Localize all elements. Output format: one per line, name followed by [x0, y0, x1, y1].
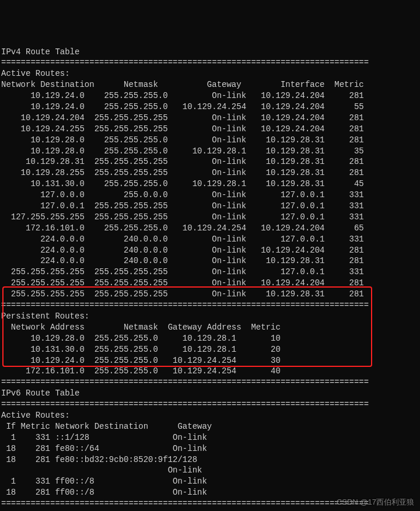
- table-title: IPv6 Route Table: [1, 388, 420, 399]
- divider-line: ========================================…: [1, 57, 420, 68]
- terminal-line: 18 281 fe80::/64 On-link: [1, 443, 420, 454]
- terminal-line: If Metric Network Destination Gateway: [1, 421, 420, 432]
- terminal-line: 127.0.0.0 255.0.0.0 On-link 127.0.0.1 33…: [1, 190, 420, 201]
- terminal-line: 10.129.24.204 255.255.255.255 On-link 10…: [1, 113, 420, 124]
- terminal-line: 1 331 ff00::/8 On-link: [1, 476, 420, 487]
- terminal-line: 255.255.255.255 255.255.255.255 On-link …: [1, 267, 420, 278]
- terminal-line: 10.129.24.0 255.255.255.0 10.129.24.254 …: [1, 355, 420, 366]
- terminal-line: 127.0.0.1 255.255.255.255 On-link 127.0.…: [1, 201, 420, 212]
- terminal-line: 10.129.24.255 255.255.255.255 On-link 10…: [1, 124, 420, 135]
- terminal-line: 10.129.28.31 255.255.255.255 On-link 10.…: [1, 156, 420, 167]
- divider-line: ========================================…: [1, 300, 420, 311]
- terminal-line: 10.129.24.0 255.255.255.0 On-link 10.129…: [1, 90, 420, 102]
- divider-line: ========================================…: [1, 377, 420, 388]
- terminal-line: 127.255.255.255 255.255.255.255 On-link …: [1, 212, 420, 223]
- terminal-line: 18 281 ff00::/8 On-link: [1, 487, 420, 498]
- terminal-line: 10.131.30.0 255.255.255.0 10.129.28.1 20: [1, 344, 420, 355]
- terminal-line: Network Address Netmask Gateway Address …: [1, 322, 420, 333]
- terminal-line: 10.129.24.0 255.255.255.0 10.129.24.254 …: [1, 102, 420, 113]
- terminal-line: 224.0.0.0 240.0.0.0 On-link 127.0.0.1 33…: [1, 234, 420, 245]
- terminal-line: 1 331 ::1/128 On-link: [1, 432, 420, 443]
- section-label: Active Routes:: [1, 68, 420, 79]
- terminal-line: 10.131.30.0 255.255.255.0 10.129.28.1 10…: [1, 178, 420, 190]
- section-label: Persistent Routes:: [1, 311, 420, 322]
- section-label: Active Routes:: [1, 410, 420, 421]
- terminal-line: 10.129.28.0 255.255.255.0 10.129.28.1 10: [1, 333, 420, 344]
- watermark: CSDN @17西伯利亚狼: [337, 497, 414, 508]
- terminal-line: 18 281 fe80::bd32:9cb0:8520:9f12/128: [1, 454, 420, 466]
- terminal-line: 224.0.0.0 240.0.0.0 On-link 10.129.28.31…: [1, 256, 420, 267]
- terminal-line: 255.255.255.255 255.255.255.255 On-link …: [1, 278, 420, 289]
- terminal-line: On-link: [1, 465, 420, 476]
- table-title: IPv4 Route Table: [1, 47, 420, 58]
- terminal-line: 10.129.28.0 255.255.255.0 10.129.28.1 10…: [1, 146, 420, 157]
- terminal-line: 172.16.101.0 255.255.255.0 10.129.24.254…: [1, 223, 420, 234]
- terminal-line: Network Destination Netmask Gateway Inte…: [1, 79, 420, 90]
- terminal-line: 172.16.101.0 255.255.255.0 10.129.24.254…: [1, 366, 420, 377]
- terminal-line: 255.255.255.255 255.255.255.255 On-link …: [1, 289, 420, 300]
- terminal-output: IPv4 Route Table========================…: [1, 47, 420, 509]
- divider-line: ========================================…: [1, 399, 420, 410]
- terminal-line: 224.0.0.0 240.0.0.0 On-link 10.129.24.20…: [1, 245, 420, 256]
- terminal-line: 10.129.28.0 255.255.255.0 On-link 10.129…: [1, 135, 420, 146]
- terminal-line: 10.129.28.255 255.255.255.255 On-link 10…: [1, 167, 420, 178]
